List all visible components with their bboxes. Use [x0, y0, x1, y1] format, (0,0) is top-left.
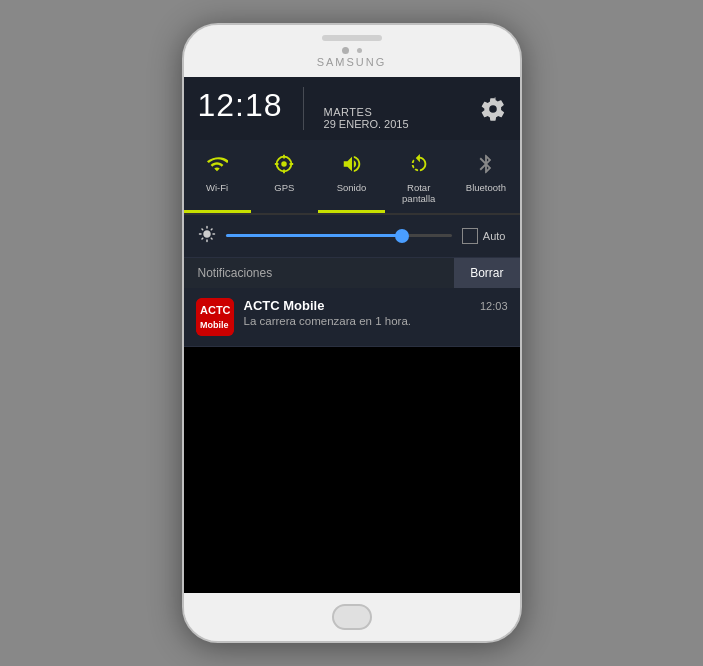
svg-point-1 — [282, 161, 288, 167]
svg-text:Mobile: Mobile — [200, 320, 229, 330]
notification-content: ACTC Mobile 12:03 La carrera comenzara e… — [244, 298, 508, 327]
camera-area — [342, 47, 362, 54]
brightness-fill — [226, 234, 403, 237]
auto-brightness-label: Auto — [483, 230, 506, 242]
screen-empty-area — [184, 347, 520, 593]
toggle-gps[interactable]: GPS — [251, 140, 318, 213]
toggle-bluetooth[interactable]: Bluetooth — [452, 140, 519, 213]
sound-label: Sonido — [337, 182, 367, 193]
notification-card[interactable]: ACTC Mobile ACTC Mobile 12:03 La carrera… — [184, 288, 520, 347]
date-full: 29 ENERO. 2015 — [324, 118, 409, 130]
home-button[interactable] — [332, 604, 372, 630]
rotate-label: Rotarpantalla — [402, 182, 435, 205]
auto-brightness-container: Auto — [462, 228, 506, 244]
phone-device: SAMSUNG 12:18 MARTES 29 ENERO. 2015 — [182, 23, 522, 643]
phone-screen: 12:18 MARTES 29 ENERO. 2015 — [184, 77, 520, 593]
camera-lens — [342, 47, 349, 54]
notifications-header: Notificaciones Borrar — [184, 258, 520, 288]
date-day: MARTES — [324, 106, 409, 118]
brightness-row: Auto — [184, 215, 520, 258]
phone-bottom-bezel — [184, 593, 520, 641]
svg-text:ACTC: ACTC — [200, 304, 231, 316]
time-date-block: 12:18 MARTES 29 ENERO. 2015 — [198, 87, 409, 130]
gps-label: GPS — [274, 182, 294, 193]
toggle-wifi[interactable]: Wi-Fi — [184, 140, 251, 213]
vertical-separator — [303, 87, 304, 130]
brand-label: SAMSUNG — [317, 56, 387, 68]
toggle-rotate[interactable]: Rotarpantalla — [385, 140, 452, 213]
wifi-label: Wi-Fi — [206, 182, 228, 193]
bluetooth-icon — [472, 150, 500, 178]
toggle-sound[interactable]: Sonido — [318, 140, 385, 213]
date-block: MARTES 29 ENERO. 2015 — [324, 106, 409, 130]
speaker-grille — [322, 35, 382, 41]
notification-app-name: ACTC Mobile — [244, 298, 325, 313]
auto-brightness-checkbox[interactable] — [462, 228, 478, 244]
quick-toggles-bar: Wi-Fi GPS — [184, 140, 520, 215]
notification-header-row: ACTC Mobile 12:03 — [244, 298, 508, 313]
clear-notifications-button[interactable]: Borrar — [454, 258, 519, 288]
wifi-icon — [203, 150, 231, 178]
settings-icon[interactable] — [480, 96, 506, 122]
sound-icon — [338, 150, 366, 178]
app-icon: ACTC Mobile — [196, 298, 234, 336]
notifications-title: Notificaciones — [184, 258, 455, 288]
rotate-icon — [405, 150, 433, 178]
gps-icon — [270, 150, 298, 178]
sensor — [357, 48, 362, 53]
notification-time: 12:03 — [480, 300, 508, 312]
time-display: 12:18 — [198, 87, 283, 124]
brightness-thumb — [395, 229, 409, 243]
bluetooth-label: Bluetooth — [466, 182, 506, 193]
brightness-icon — [198, 225, 216, 247]
notification-message: La carrera comenzara en 1 hora. — [244, 315, 508, 327]
phone-top-bezel: SAMSUNG — [184, 25, 520, 77]
brightness-slider[interactable] — [226, 234, 452, 237]
status-bar: 12:18 MARTES 29 ENERO. 2015 — [184, 77, 520, 140]
